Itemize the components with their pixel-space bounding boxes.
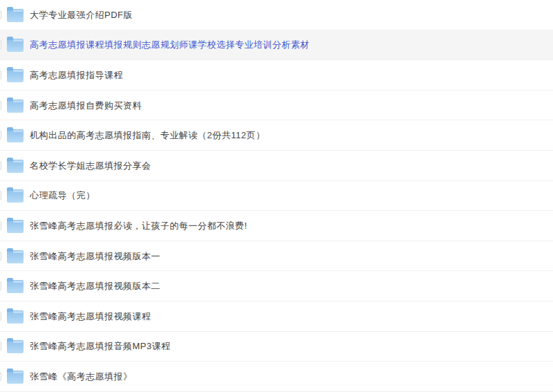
file-row[interactable]: 张雪峰高考志愿填报必读，让孩子的每一分都不浪费! — [0, 211, 553, 241]
row-checkbox[interactable] — [0, 71, 1, 80]
row-checkbox[interactable] — [0, 10, 1, 19]
folder-icon — [7, 371, 24, 384]
file-name-link[interactable]: 张雪峰高考志愿填报音频MP3课程 — [30, 342, 171, 351]
row-checkbox[interactable] — [0, 40, 1, 49]
file-row[interactable]: 心理疏导（完） — [0, 181, 553, 212]
folder-icon — [7, 100, 24, 113]
file-row[interactable]: 高考志愿填报自费购买资料 — [0, 91, 553, 121]
folder-icon — [7, 69, 24, 82]
row-checkbox[interactable] — [0, 281, 1, 290]
file-name-link[interactable]: 张雪峰高考志愿填报必读，让孩子的每一分都不浪费! — [30, 221, 247, 230]
row-checkbox[interactable] — [0, 131, 1, 140]
row-checkbox[interactable] — [0, 221, 1, 230]
row-checkbox[interactable] — [0, 312, 1, 321]
row-checkbox[interactable] — [0, 191, 1, 200]
file-row[interactable]: 张雪峰高考志愿填报视频课程 — [0, 301, 553, 332]
file-manager-window: 大学专业最强介绍PDF版 高考志愿填报课程填报规则志愿规划师课学校选择专业培训分… — [0, 0, 553, 392]
file-row[interactable]: 张雪峰高考志愿填报视频版本二 — [0, 271, 553, 301]
folder-icon — [7, 189, 24, 203]
file-list: 大学专业最强介绍PDF版 高考志愿填报课程填报规则志愿规划师课学校选择专业培训分… — [0, 0, 553, 392]
folder-icon — [7, 340, 24, 353]
file-row[interactable]: 大学专业最强介绍PDF版 — [0, 0, 553, 30]
file-name-link[interactable]: 高考志愿填报指导课程 — [30, 71, 123, 80]
file-row[interactable]: 机构出品的高考志愿填报指南、专业解读（2份共112页） — [0, 120, 553, 151]
file-name-link[interactable]: 高考志愿填报自费购买资料 — [30, 101, 142, 110]
file-row[interactable]: 名校学长学姐志愿填报分享会 — [0, 151, 553, 181]
file-name-link[interactable]: 机构出品的高考志愿填报指南、专业解读（2份共112页） — [30, 131, 265, 140]
folder-icon — [7, 160, 24, 173]
file-row[interactable]: 张雪峰高考志愿填报视频版本一 — [0, 241, 553, 272]
folder-icon — [7, 250, 24, 263]
folder-icon — [7, 280, 24, 293]
row-checkbox[interactable] — [0, 252, 1, 261]
file-row[interactable]: 高考志愿填报课程填报规则志愿规划师课学校选择专业培训分析素材 — [0, 30, 553, 61]
file-name-link[interactable]: 名校学长学姐志愿填报分享会 — [30, 161, 151, 170]
folder-icon — [7, 220, 24, 233]
folder-icon — [7, 129, 24, 142]
file-name-link[interactable]: 张雪峰高考志愿填报视频课程 — [30, 312, 151, 321]
row-checkbox[interactable] — [0, 372, 1, 381]
file-row[interactable]: 张雪峰高考志愿填报音频MP3课程 — [0, 332, 553, 362]
file-name-link[interactable]: 张雪峰高考志愿填报视频版本一 — [30, 252, 160, 261]
file-name-link[interactable]: 心理疏导（完） — [30, 191, 95, 200]
folder-icon — [7, 39, 24, 52]
file-row[interactable]: 张雪峰《高考志愿填报》 — [0, 362, 553, 392]
row-checkbox[interactable] — [0, 342, 1, 351]
folder-icon — [7, 310, 24, 324]
file-name-link[interactable]: 张雪峰高考志愿填报视频版本二 — [30, 281, 160, 290]
file-name-link[interactable]: 高考志愿填报课程填报规则志愿规划师课学校选择专业培训分析素材 — [30, 40, 310, 49]
file-name-link[interactable]: 大学专业最强介绍PDF版 — [30, 10, 133, 19]
file-row[interactable]: 高考志愿填报指导课程 — [0, 60, 553, 91]
folder-icon — [7, 9, 24, 22]
file-name-link[interactable]: 张雪峰《高考志愿填报》 — [30, 372, 133, 381]
row-checkbox[interactable] — [0, 161, 1, 170]
row-checkbox[interactable] — [0, 101, 1, 110]
